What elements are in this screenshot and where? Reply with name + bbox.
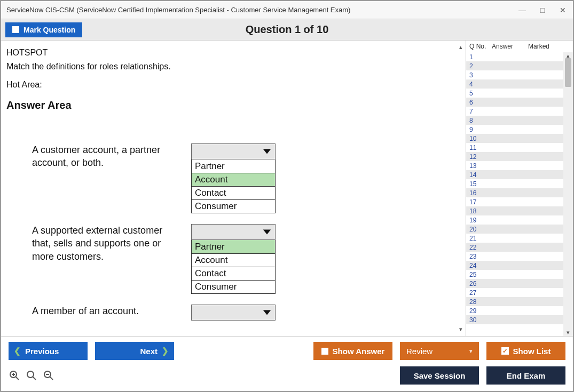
content-scrollbar[interactable]: ▴ ▾ — [456, 44, 466, 333]
svg-marker-1 — [263, 230, 271, 235]
minimize-icon[interactable]: — — [517, 5, 527, 15]
question-list-row[interactable]: 18 — [466, 206, 563, 215]
question-list-row[interactable]: 7 — [466, 107, 563, 116]
question-list-row[interactable]: 29 — [466, 306, 563, 315]
question-number: 25 — [469, 271, 492, 278]
previous-label: Previous — [25, 347, 59, 356]
question-list-row[interactable]: 2 — [466, 61, 563, 70]
zoom-in-icon[interactable] — [9, 370, 20, 381]
scroll-down-icon[interactable]: ▾ — [459, 326, 462, 333]
definition-text: A supported external customer that, sell… — [32, 224, 182, 294]
window-title: ServiceNow CIS-CSM (ServiceNow Certified… — [6, 6, 350, 14]
dropdown-header[interactable] — [191, 224, 276, 240]
dropdown-option[interactable]: Consumer — [192, 199, 275, 213]
question-list-row[interactable]: 25 — [466, 270, 563, 279]
question-list-row[interactable]: 13 — [466, 161, 563, 170]
answer-area-title: Answer Area — [6, 99, 460, 111]
question-list-row[interactable]: 24 — [466, 261, 563, 270]
zoom-out-icon[interactable] — [43, 370, 54, 381]
svg-line-10 — [50, 377, 53, 380]
question-list-row[interactable]: 23 — [466, 252, 563, 261]
col-marked: Marked — [525, 43, 570, 50]
question-list-row[interactable]: 10 — [466, 134, 563, 143]
question-list-row[interactable]: 12 — [466, 152, 563, 161]
dropdown-option[interactable]: Contact — [192, 267, 275, 280]
question-number: 27 — [469, 289, 492, 297]
question-list-row[interactable]: 14 — [466, 170, 563, 179]
dropdown-option[interactable]: Consumer — [192, 280, 275, 293]
previous-button[interactable]: ❮ Previous — [9, 342, 88, 360]
show-list-label: Show List — [513, 347, 551, 356]
question-list-row[interactable]: 26 — [466, 279, 563, 288]
dropdown-list: PartnerAccountContactConsumer — [191, 240, 276, 294]
svg-marker-2 — [263, 310, 271, 315]
end-exam-button[interactable]: End Exam — [486, 366, 565, 385]
question-number: 1 — [469, 53, 492, 61]
question-number: 30 — [469, 316, 492, 324]
question-list-row[interactable]: 3 — [466, 70, 563, 79]
question-list-row[interactable]: 4 — [466, 79, 563, 89]
next-button[interactable]: Next ❯ — [95, 342, 174, 360]
dropdown[interactable]: PartnerAccountContactConsumer — [191, 224, 276, 294]
question-list-row[interactable]: 21 — [466, 234, 563, 243]
question-list-row[interactable]: 15 — [466, 179, 563, 188]
definition-text: A member of an account. — [32, 305, 182, 321]
question-number: 18 — [469, 207, 492, 215]
mark-question-button[interactable]: Mark Question — [5, 22, 82, 37]
match-row: A member of an account. — [32, 305, 460, 321]
question-list-row[interactable]: 1 — [466, 52, 563, 61]
question-list-row[interactable]: 19 — [466, 215, 563, 225]
col-answer: Answer — [492, 43, 525, 50]
dropdown-option[interactable]: Account — [192, 253, 275, 267]
close-icon[interactable]: ✕ — [558, 5, 568, 15]
dropdown-option[interactable]: Partner — [192, 159, 275, 173]
question-list-row[interactable]: 17 — [466, 197, 563, 206]
question-number: 9 — [469, 126, 492, 133]
question-list-row[interactable]: 8 — [466, 116, 563, 125]
question-number: 24 — [469, 262, 492, 269]
question-number: 28 — [469, 298, 492, 306]
question-number: 4 — [469, 81, 492, 88]
chevron-left-icon: ❮ — [14, 346, 21, 356]
dropdown-option[interactable]: Account — [192, 173, 275, 186]
question-list-row[interactable]: 6 — [466, 98, 563, 107]
scroll-down-icon[interactable]: ▾ — [567, 329, 570, 336]
question-number: 20 — [469, 226, 492, 233]
question-list-row[interactable]: 30 — [466, 315, 563, 324]
next-label: Next — [140, 347, 158, 356]
sidebar-scrollbar[interactable]: ▴ ▾ — [563, 52, 573, 336]
question-list-row[interactable]: 22 — [466, 243, 563, 252]
question-list-row[interactable]: 5 — [466, 89, 563, 98]
question-number: 5 — [469, 90, 492, 97]
save-session-button[interactable]: Save Session — [400, 366, 479, 385]
show-answer-button[interactable]: Show Answer — [313, 342, 392, 360]
zoom-icon[interactable] — [26, 370, 37, 381]
dropdown-header[interactable] — [191, 305, 276, 321]
question-prompt: Match the definitions for roles relation… — [6, 62, 460, 71]
question-list-row[interactable]: 11 — [466, 143, 563, 152]
question-number: 11 — [469, 144, 492, 151]
show-list-button[interactable]: ✓ Show List — [486, 342, 565, 360]
question-list-row[interactable]: 27 — [466, 288, 563, 297]
mark-question-label: Mark Question — [23, 26, 75, 34]
question-list-row[interactable]: 9 — [466, 125, 563, 134]
end-exam-label: End Exam — [507, 371, 546, 380]
dropdown-header[interactable] — [191, 143, 276, 159]
question-number: 26 — [469, 280, 492, 287]
dropdown[interactable]: PartnerAccountContactConsumer — [191, 143, 276, 213]
question-list-row[interactable]: 28 — [466, 297, 563, 306]
question-list-row[interactable]: 16 — [466, 188, 563, 197]
review-dropdown[interactable]: Review ▾ — [400, 342, 479, 360]
maximize-icon[interactable]: □ — [538, 5, 547, 15]
question-number: 15 — [469, 180, 492, 188]
dropdown-option[interactable]: Contact — [192, 186, 275, 199]
question-number: 23 — [469, 253, 492, 260]
question-list-row[interactable]: 20 — [466, 225, 563, 234]
dropdown[interactable] — [191, 305, 276, 321]
header-row: Mark Question Question 1 of 10 — [1, 19, 573, 41]
question-number: 2 — [469, 62, 492, 70]
scroll-up-icon[interactable]: ▴ — [459, 44, 462, 51]
question-number: 10 — [469, 135, 492, 142]
scrollbar-thumb[interactable] — [565, 58, 571, 87]
dropdown-option[interactable]: Partner — [192, 240, 275, 253]
